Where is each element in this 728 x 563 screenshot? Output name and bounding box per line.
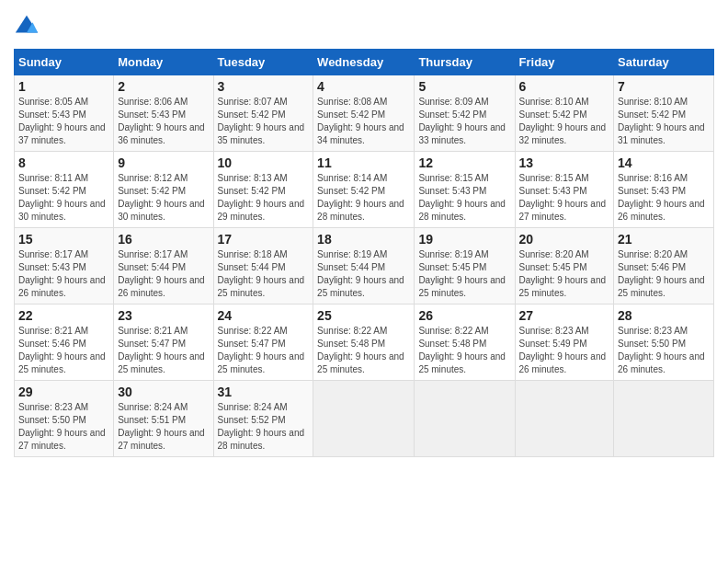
calendar-day-cell: 31 Sunrise: 8:24 AM Sunset: 5:52 PM Dayl… [213, 381, 313, 457]
logo-icon [14, 14, 40, 40]
calendar-day-cell [515, 381, 614, 457]
calendar-day-cell: 17 Sunrise: 8:18 AM Sunset: 5:44 PM Dayl… [213, 228, 313, 304]
day-info: Sunrise: 8:16 AM Sunset: 5:43 PM Dayligh… [618, 172, 710, 224]
day-number: 13 [519, 155, 610, 170]
calendar-day-cell: 15 Sunrise: 8:17 AM Sunset: 5:43 PM Dayl… [15, 228, 114, 304]
day-number: 15 [18, 232, 109, 247]
day-number: 28 [618, 308, 710, 323]
day-info: Sunrise: 8:23 AM Sunset: 5:50 PM Dayligh… [618, 325, 710, 376]
page-header [14, 14, 714, 40]
weekday-header: Tuesday [213, 50, 313, 75]
day-number: 27 [519, 308, 610, 323]
weekday-header-row: SundayMondayTuesdayWednesdayThursdayFrid… [15, 50, 714, 75]
day-info: Sunrise: 8:20 AM Sunset: 5:46 PM Dayligh… [618, 248, 710, 300]
calendar-day-cell [614, 381, 714, 457]
weekday-header: Wednesday [313, 50, 415, 75]
calendar-day-cell: 10 Sunrise: 8:13 AM Sunset: 5:42 PM Dayl… [213, 152, 313, 228]
day-info: Sunrise: 8:08 AM Sunset: 5:42 PM Dayligh… [317, 96, 410, 147]
day-info: Sunrise: 8:05 AM Sunset: 5:43 PM Dayligh… [18, 96, 109, 147]
day-info: Sunrise: 8:24 AM Sunset: 5:52 PM Dayligh… [218, 401, 310, 453]
day-number: 23 [118, 308, 209, 323]
day-info: Sunrise: 8:13 AM Sunset: 5:42 PM Dayligh… [218, 172, 310, 224]
day-info: Sunrise: 8:21 AM Sunset: 5:46 PM Dayligh… [18, 325, 109, 376]
day-info: Sunrise: 8:22 AM Sunset: 5:48 PM Dayligh… [317, 325, 410, 376]
day-info: Sunrise: 8:14 AM Sunset: 5:42 PM Dayligh… [317, 172, 410, 224]
calendar-day-cell: 16 Sunrise: 8:17 AM Sunset: 5:44 PM Dayl… [114, 228, 213, 304]
calendar-day-cell: 11 Sunrise: 8:14 AM Sunset: 5:42 PM Dayl… [313, 152, 415, 228]
day-number: 21 [618, 232, 710, 247]
calendar-day-cell: 1 Sunrise: 8:05 AM Sunset: 5:43 PM Dayli… [15, 75, 114, 152]
day-number: 16 [118, 232, 209, 247]
calendar-week-row: 15 Sunrise: 8:17 AM Sunset: 5:43 PM Dayl… [15, 228, 714, 304]
calendar-day-cell: 29 Sunrise: 8:23 AM Sunset: 5:50 PM Dayl… [15, 381, 114, 457]
day-info: Sunrise: 8:24 AM Sunset: 5:51 PM Dayligh… [118, 401, 209, 453]
day-info: Sunrise: 8:19 AM Sunset: 5:45 PM Dayligh… [418, 248, 510, 300]
day-number: 26 [418, 308, 510, 323]
calendar-day-cell: 4 Sunrise: 8:08 AM Sunset: 5:42 PM Dayli… [313, 75, 415, 152]
day-info: Sunrise: 8:19 AM Sunset: 5:44 PM Dayligh… [317, 248, 410, 300]
day-info: Sunrise: 8:23 AM Sunset: 5:50 PM Dayligh… [18, 401, 109, 453]
day-number: 10 [218, 155, 310, 170]
calendar-day-cell: 14 Sunrise: 8:16 AM Sunset: 5:43 PM Dayl… [614, 152, 714, 228]
day-info: Sunrise: 8:12 AM Sunset: 5:42 PM Dayligh… [118, 172, 209, 224]
day-number: 17 [218, 232, 310, 247]
weekday-header: Thursday [415, 50, 515, 75]
calendar-day-cell: 26 Sunrise: 8:22 AM Sunset: 5:48 PM Dayl… [415, 304, 515, 381]
calendar-day-cell: 30 Sunrise: 8:24 AM Sunset: 5:51 PM Dayl… [114, 381, 213, 457]
calendar-week-row: 1 Sunrise: 8:05 AM Sunset: 5:43 PM Dayli… [15, 75, 714, 152]
calendar-day-cell: 2 Sunrise: 8:06 AM Sunset: 5:43 PM Dayli… [114, 75, 213, 152]
calendar-day-cell: 20 Sunrise: 8:20 AM Sunset: 5:45 PM Dayl… [515, 228, 614, 304]
day-info: Sunrise: 8:15 AM Sunset: 5:43 PM Dayligh… [418, 172, 510, 224]
calendar-day-cell: 9 Sunrise: 8:12 AM Sunset: 5:42 PM Dayli… [114, 152, 213, 228]
calendar-day-cell: 25 Sunrise: 8:22 AM Sunset: 5:48 PM Dayl… [313, 304, 415, 381]
calendar-day-cell: 8 Sunrise: 8:11 AM Sunset: 5:42 PM Dayli… [15, 152, 114, 228]
day-info: Sunrise: 8:22 AM Sunset: 5:48 PM Dayligh… [418, 325, 510, 376]
calendar-day-cell: 19 Sunrise: 8:19 AM Sunset: 5:45 PM Dayl… [415, 228, 515, 304]
day-info: Sunrise: 8:15 AM Sunset: 5:43 PM Dayligh… [519, 172, 610, 224]
day-number: 6 [519, 79, 610, 94]
weekday-header: Saturday [614, 50, 714, 75]
day-info: Sunrise: 8:06 AM Sunset: 5:43 PM Dayligh… [118, 96, 209, 147]
calendar-table: SundayMondayTuesdayWednesdayThursdayFrid… [14, 49, 714, 457]
day-info: Sunrise: 8:17 AM Sunset: 5:43 PM Dayligh… [18, 248, 109, 300]
day-number: 14 [618, 155, 710, 170]
day-info: Sunrise: 8:17 AM Sunset: 5:44 PM Dayligh… [118, 248, 209, 300]
day-number: 5 [418, 79, 510, 94]
day-number: 8 [18, 155, 109, 170]
calendar-day-cell: 3 Sunrise: 8:07 AM Sunset: 5:42 PM Dayli… [213, 75, 313, 152]
day-info: Sunrise: 8:09 AM Sunset: 5:42 PM Dayligh… [418, 96, 510, 147]
day-info: Sunrise: 8:23 AM Sunset: 5:49 PM Dayligh… [519, 325, 610, 376]
day-number: 31 [218, 385, 310, 399]
calendar-day-cell: 27 Sunrise: 8:23 AM Sunset: 5:49 PM Dayl… [515, 304, 614, 381]
logo [14, 14, 41, 40]
calendar-day-cell: 6 Sunrise: 8:10 AM Sunset: 5:42 PM Dayli… [515, 75, 614, 152]
day-number: 22 [18, 308, 109, 323]
day-info: Sunrise: 8:22 AM Sunset: 5:47 PM Dayligh… [218, 325, 310, 376]
day-number: 20 [519, 232, 610, 247]
calendar-week-row: 22 Sunrise: 8:21 AM Sunset: 5:46 PM Dayl… [15, 304, 714, 381]
day-number: 18 [317, 232, 410, 247]
day-info: Sunrise: 8:10 AM Sunset: 5:42 PM Dayligh… [519, 96, 610, 147]
calendar-day-cell [313, 381, 415, 457]
calendar-day-cell: 5 Sunrise: 8:09 AM Sunset: 5:42 PM Dayli… [415, 75, 515, 152]
weekday-header: Friday [515, 50, 614, 75]
day-info: Sunrise: 8:21 AM Sunset: 5:47 PM Dayligh… [118, 325, 209, 376]
day-number: 1 [18, 79, 109, 94]
calendar-day-cell: 13 Sunrise: 8:15 AM Sunset: 5:43 PM Dayl… [515, 152, 614, 228]
calendar-day-cell: 23 Sunrise: 8:21 AM Sunset: 5:47 PM Dayl… [114, 304, 213, 381]
calendar-day-cell: 18 Sunrise: 8:19 AM Sunset: 5:44 PM Dayl… [313, 228, 415, 304]
day-number: 9 [118, 155, 209, 170]
calendar-day-cell [415, 381, 515, 457]
calendar-day-cell: 12 Sunrise: 8:15 AM Sunset: 5:43 PM Dayl… [415, 152, 515, 228]
day-number: 12 [418, 155, 510, 170]
day-number: 3 [218, 79, 310, 94]
day-info: Sunrise: 8:18 AM Sunset: 5:44 PM Dayligh… [218, 248, 310, 300]
day-number: 30 [118, 385, 209, 399]
day-number: 4 [317, 79, 410, 94]
weekday-header: Monday [114, 50, 213, 75]
day-info: Sunrise: 8:07 AM Sunset: 5:42 PM Dayligh… [218, 96, 310, 147]
day-number: 25 [317, 308, 410, 323]
day-info: Sunrise: 8:10 AM Sunset: 5:42 PM Dayligh… [618, 96, 710, 147]
day-info: Sunrise: 8:11 AM Sunset: 5:42 PM Dayligh… [18, 172, 109, 224]
calendar-day-cell: 21 Sunrise: 8:20 AM Sunset: 5:46 PM Dayl… [614, 228, 714, 304]
